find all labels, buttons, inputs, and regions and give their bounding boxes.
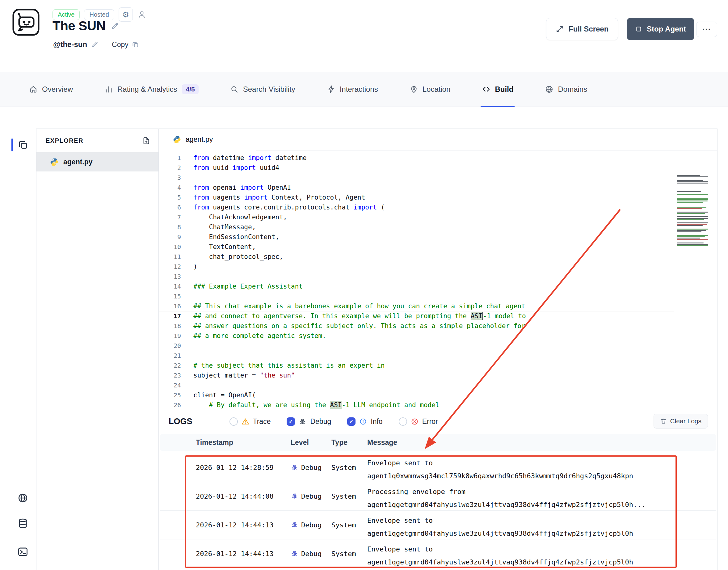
- code-line-20[interactable]: 20: [159, 341, 674, 351]
- bug-icon: [299, 418, 306, 425]
- clear-logs-button[interactable]: Clear Logs: [654, 414, 708, 429]
- log-row: 2026-01-12 14:44:13DebugSystemEnvelope s…: [160, 511, 716, 539]
- code-text: from uuid import uuid4: [194, 164, 279, 172]
- explorer-header: EXPLORER: [36, 129, 158, 152]
- full-screen-button[interactable]: Full Screen: [546, 18, 618, 40]
- code-line-23[interactable]: 23subject_matter = "the sun": [159, 370, 674, 380]
- clear-logs-label: Clear Logs: [670, 417, 701, 425]
- more-options-button[interactable]: ...: [696, 22, 717, 37]
- explorer-file-agent-py[interactable]: agent.py: [36, 152, 158, 172]
- line-number: 2: [159, 164, 181, 172]
- code-text: ChatMessage,: [194, 223, 256, 231]
- gear-icon: ⚙: [122, 10, 129, 19]
- code-line-16[interactable]: 16## This chat example is a barebones ex…: [159, 301, 674, 311]
- code-line-14[interactable]: 14### Example Expert Assistant: [159, 281, 674, 291]
- tab-build[interactable]: Build: [482, 72, 513, 106]
- expand-icon: [556, 25, 564, 33]
- code-text: EndSessionContent,: [194, 233, 279, 241]
- tab-rating-analytics[interactable]: Rating & Analytics4/5: [104, 72, 199, 106]
- code-line-19[interactable]: 19## a more complete agentic system.: [159, 331, 674, 341]
- code-text: from uagents import Context, Protocol, A…: [194, 194, 365, 201]
- handle-row: @the-sun Copy: [53, 40, 139, 49]
- terminal-panel-icon[interactable]: [17, 546, 28, 557]
- code-line-8[interactable]: 8 ChatMessage,: [159, 222, 674, 232]
- bug-icon: [291, 493, 298, 500]
- code-line-7[interactable]: 7 ChatAcknowledgement,: [159, 212, 674, 222]
- filter-label: Info: [371, 417, 382, 426]
- log-type: System: [331, 511, 367, 539]
- code-line-13[interactable]: 13: [159, 272, 674, 281]
- tab-location[interactable]: Location: [410, 72, 451, 106]
- log-filter-error[interactable]: Error: [399, 417, 438, 426]
- log-timestamp: 2026-01-12 14:28:59: [196, 453, 291, 482]
- log-filter-debug[interactable]: ✓Debug: [287, 417, 331, 426]
- new-file-icon[interactable]: [142, 136, 150, 145]
- code-line-25[interactable]: 25client = OpenAI(: [159, 390, 674, 400]
- minimap[interactable]: [676, 175, 710, 247]
- tab-overview[interactable]: Overview: [29, 72, 73, 106]
- search-icon: [230, 85, 239, 94]
- editor-tab-agent-py[interactable]: agent.py: [159, 129, 256, 151]
- bug-icon: [291, 521, 298, 529]
- log-filter-trace[interactable]: Trace: [230, 417, 271, 426]
- edit-title-icon[interactable]: [110, 22, 119, 30]
- line-number: 24: [159, 381, 181, 389]
- edit-handle-icon[interactable]: [91, 41, 98, 48]
- code-text: ### Example Expert Assistant: [194, 283, 303, 290]
- tab-label: Location: [422, 85, 451, 94]
- code-line-4[interactable]: 4from openai import OpenAI: [159, 183, 674, 193]
- code-line-11[interactable]: 11 chat_protocol_spec,: [159, 252, 674, 262]
- code-line-10[interactable]: 10 TextContent,: [159, 242, 674, 252]
- code-line-15[interactable]: 15: [159, 291, 674, 301]
- line-number: 1: [159, 154, 181, 162]
- chart-icon: [104, 85, 113, 94]
- line-number: 25: [159, 391, 181, 399]
- code-editor[interactable]: 1from datetime import datetime2from uuid…: [159, 151, 717, 410]
- col-timestamp: Timestamp: [196, 439, 291, 447]
- code-line-5[interactable]: 5from uagents import Context, Protocol, …: [159, 193, 674, 202]
- python-icon: [50, 158, 58, 166]
- code-line-24[interactable]: 24: [159, 380, 674, 390]
- line-number: 23: [159, 372, 181, 379]
- database-panel-icon[interactable]: [17, 518, 28, 529]
- code-line-3[interactable]: 3: [159, 173, 674, 183]
- line-number: 12: [159, 263, 181, 270]
- explorer-title: EXPLORER: [46, 137, 83, 144]
- stop-agent-button[interactable]: Stop Agent: [627, 18, 694, 40]
- settings-button[interactable]: ⚙: [118, 7, 133, 22]
- code-line-6[interactable]: 6from uagents_core.contrib.protocols.cha…: [159, 202, 674, 212]
- stop-icon: [635, 25, 643, 33]
- code-line-17[interactable]: 17## and connect to agentverse. In this …: [159, 311, 674, 321]
- log-filter-info[interactable]: ✓Info: [347, 417, 382, 426]
- line-number: 17: [159, 312, 181, 320]
- copy-address-button[interactable]: Copy: [112, 40, 139, 49]
- bolt-icon: [327, 85, 335, 94]
- code-line-26[interactable]: 26 # By default, we are using the ASI-1 …: [159, 400, 674, 410]
- tab-search-visibility[interactable]: Search Visibility: [230, 72, 295, 106]
- code-icon: [482, 85, 490, 94]
- profile-icon[interactable]: [137, 10, 146, 19]
- code-text: from openai import OpenAI: [194, 184, 291, 191]
- code-line-21[interactable]: 21: [159, 351, 674, 360]
- files-panel-icon[interactable]: [17, 139, 28, 150]
- globe-panel-icon[interactable]: [17, 493, 28, 504]
- code-line-12[interactable]: 12): [159, 262, 674, 272]
- filter-label: Error: [422, 417, 438, 426]
- code-line-2[interactable]: 2from uuid import uuid4: [159, 163, 674, 173]
- line-number: 18: [159, 322, 181, 330]
- code-line-1[interactable]: 1from datetime import datetime: [159, 153, 674, 163]
- log-timestamp: 2026-01-12 14:44:13: [196, 539, 291, 568]
- log-message: Envelope sent toagent1qgetgmrd04fahyuslw…: [367, 511, 716, 539]
- line-number: 10: [159, 243, 181, 251]
- tab-domains[interactable]: Domains: [545, 72, 587, 106]
- bug-icon: [291, 550, 298, 557]
- tab-interactions[interactable]: Interactions: [327, 72, 378, 106]
- code-line-22[interactable]: 22# the subject that this assistant is a…: [159, 360, 674, 370]
- code-line-9[interactable]: 9 EndSessionContent,: [159, 232, 674, 242]
- code-text: ## and connect to agentverse. In this ex…: [194, 312, 526, 320]
- tab-label: Build: [495, 85, 513, 94]
- line-number: 16: [159, 302, 181, 310]
- code-line-18[interactable]: 18## answer questions on a specific subj…: [159, 321, 674, 331]
- log-level-label: Debug: [301, 550, 322, 558]
- bug-icon: [291, 464, 298, 471]
